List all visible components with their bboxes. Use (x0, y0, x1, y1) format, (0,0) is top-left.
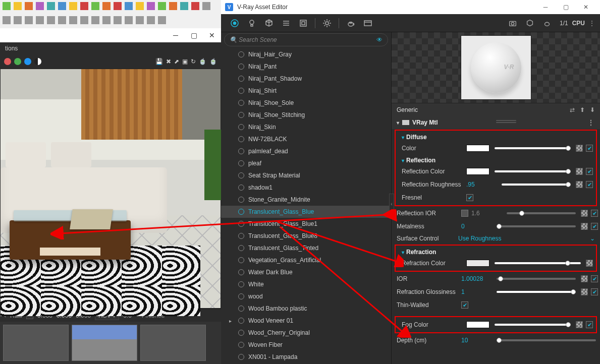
material-row[interactable]: Niraj_Skin (221, 121, 391, 133)
material-row[interactable]: Water Dark Blue (221, 266, 391, 278)
tool-icon[interactable] (136, 2, 144, 10)
dropdown-value[interactable]: Use Roughness (458, 235, 501, 242)
material-row[interactable]: Translucent_Glass_Tinted (221, 242, 391, 254)
minimize-button[interactable]: ─ (167, 28, 185, 42)
teapot-render-icon[interactable] (345, 18, 356, 29)
history-thumbnails[interactable] (0, 322, 221, 364)
cube-icon[interactable] (524, 18, 535, 29)
teapot-outline-icon[interactable]: 🍵 (209, 58, 217, 65)
texture-slot[interactable] (581, 223, 588, 230)
material-row[interactable]: Niraj_Pant (221, 60, 391, 73)
checkbox[interactable] (591, 223, 598, 230)
tool-icon[interactable] (125, 16, 133, 24)
adjust-icon[interactable]: ⇄ (570, 106, 575, 113)
render-viewport[interactable] (0, 69, 221, 309)
tool-icon[interactable] (191, 2, 199, 10)
slider[interactable] (495, 262, 581, 264)
save-icon[interactable]: 💾 (155, 58, 163, 65)
material-row[interactable]: Translucent_Glass_Blue (221, 206, 391, 218)
material-row[interactable]: wood (221, 290, 391, 302)
material-row[interactable]: Translucent_Glass_Blue8 (221, 230, 391, 242)
material-row[interactable]: Niraj_Shoe_Sole (221, 97, 391, 109)
checkbox[interactable] (591, 210, 598, 217)
maximize-button[interactable]: ▢ (185, 28, 203, 42)
tool-icon[interactable] (91, 2, 99, 10)
tool-icon[interactable] (25, 16, 33, 24)
slider[interactable] (497, 278, 576, 280)
checkbox[interactable] (461, 301, 468, 309)
material-row[interactable]: Seat Strap Material (221, 169, 391, 181)
tool-icon[interactable] (47, 16, 55, 24)
material-row[interactable]: Stone_Granite_Midnite (221, 194, 391, 206)
tool-icon[interactable] (3, 2, 11, 10)
material-row[interactable]: Wood_Cherry_Original (221, 327, 391, 339)
close-button[interactable]: ✕ (203, 28, 221, 42)
tool-icon[interactable] (169, 2, 177, 10)
add-icon[interactable]: ⬆ (580, 106, 585, 113)
region-icon[interactable]: ▣ (182, 58, 188, 65)
geometry-tab-icon[interactable] (263, 18, 275, 29)
material-row[interactable]: NW-72BLACK (221, 133, 391, 145)
teapot2-icon[interactable] (541, 18, 553, 29)
value-input[interactable]: 1 (461, 288, 492, 295)
slider[interactable] (495, 147, 571, 149)
checkbox[interactable] (586, 181, 593, 188)
more-icon[interactable]: ⋮ (588, 119, 595, 126)
material-row[interactable]: Niraj_Pant_Shadow (221, 73, 391, 85)
render-elements-tab-icon[interactable] (281, 18, 292, 29)
tool-icon[interactable] (36, 2, 44, 10)
tool-icon[interactable] (25, 2, 33, 10)
lights-tab-icon[interactable] (246, 18, 257, 29)
bw-dot-button[interactable] (34, 58, 41, 65)
texture-slot[interactable] (576, 181, 583, 188)
tool-icon[interactable] (114, 2, 122, 10)
material-row[interactable]: Wood Bamboo plastic (221, 302, 391, 315)
tool-icon[interactable] (136, 16, 144, 24)
tool-icon[interactable] (114, 16, 122, 24)
frame-buffer-icon[interactable] (362, 18, 373, 29)
refresh-icon[interactable]: ↻ (191, 58, 196, 65)
minimize-button[interactable]: ─ (535, 0, 556, 14)
value-input[interactable]: 1.00028 (461, 275, 492, 282)
history-thumb[interactable] (140, 325, 206, 361)
tool-icon[interactable] (80, 16, 88, 24)
blue-dot-button[interactable] (24, 58, 31, 65)
textures-tab-icon[interactable] (298, 18, 309, 29)
material-type-row[interactable]: VRay Mtl ⋮ (392, 116, 600, 129)
material-row[interactable]: Niraj_Hair_Gray (221, 48, 391, 60)
tool-icon[interactable] (202, 2, 210, 10)
checkbox[interactable] (591, 288, 598, 295)
color-swatch[interactable] (466, 145, 489, 152)
materials-tab-icon[interactable] (229, 18, 240, 29)
color-swatch[interactable] (466, 321, 489, 328)
value-input[interactable]: .95 (466, 181, 497, 188)
checkbox[interactable] (466, 194, 473, 201)
slider[interactable] (497, 291, 576, 293)
cpu-label[interactable]: CPU (572, 20, 585, 27)
tool-icon[interactable] (47, 2, 55, 10)
tool-icon[interactable] (69, 2, 77, 10)
texture-slot[interactable] (581, 275, 588, 282)
slider[interactable] (502, 184, 571, 186)
red-dot-button[interactable] (4, 58, 11, 65)
tool-icon[interactable] (80, 2, 88, 10)
material-row[interactable]: shadow1 (221, 181, 391, 194)
texture-slot[interactable] (576, 145, 583, 152)
menu-dots-icon[interactable]: ⋮ (589, 20, 595, 27)
row-surface-control[interactable]: Surface Control Use Roughness ⌄ (392, 233, 600, 244)
texture-slot[interactable] (576, 321, 583, 328)
material-row[interactable]: Niraj_Shoe_Stitching (221, 109, 391, 121)
tool-icon[interactable] (58, 2, 66, 10)
color-swatch[interactable] (466, 168, 489, 175)
tool-icon[interactable] (91, 16, 99, 24)
tool-icon[interactable] (3, 16, 11, 24)
material-row[interactable]: Vegetation_Grass_Artificial (221, 254, 391, 266)
material-row[interactable]: ▸Wood Veneer 01 (221, 315, 391, 327)
tool-icon[interactable] (36, 16, 44, 24)
tool-icon[interactable] (158, 16, 166, 24)
preview-toggle-icon[interactable]: 👁 (376, 36, 383, 43)
tool-icon[interactable] (125, 2, 133, 10)
slider[interactable] (497, 225, 576, 227)
texture-slot[interactable] (586, 260, 593, 267)
green-dot-button[interactable] (14, 58, 21, 65)
